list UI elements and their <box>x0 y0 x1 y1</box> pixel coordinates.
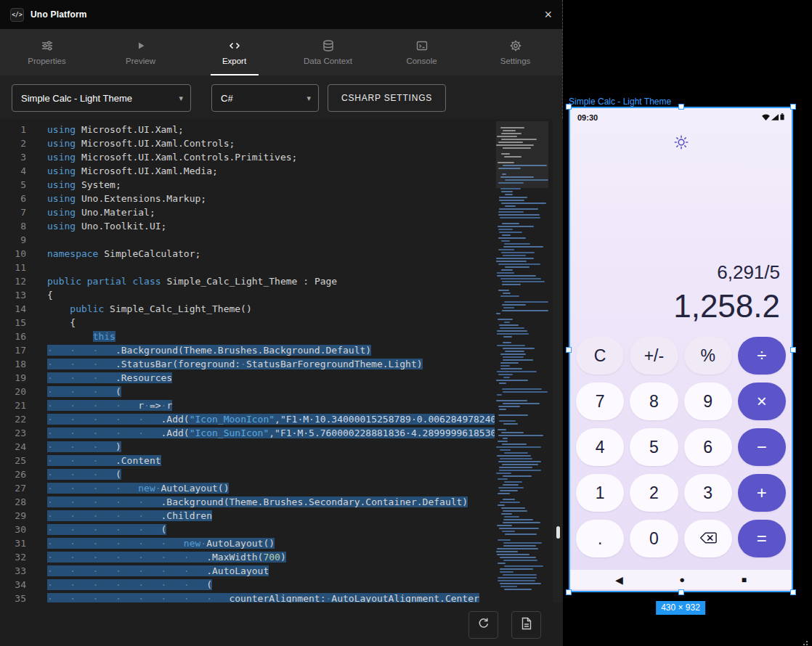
code-line: 30· · · · · ( <box>0 523 495 536</box>
calc-key-divide[interactable]: ÷ <box>738 337 786 375</box>
resize-handle-bottom-left[interactable] <box>566 589 572 595</box>
minimap-bar <box>498 374 513 375</box>
calc-key-multiply[interactable]: × <box>738 383 786 420</box>
calc-key-zero[interactable]: 0 <box>630 520 678 557</box>
minimap-bar <box>498 237 526 239</box>
calc-key-plusminus[interactable]: +/- <box>630 337 678 375</box>
nav-recents-button[interactable]: ■ <box>742 575 747 585</box>
window-resize-grip[interactable] <box>806 641 808 642</box>
tab-console[interactable]: Console <box>375 29 468 75</box>
android-nav-bar: ◀ ● ■ <box>570 570 792 589</box>
calc-key-plus[interactable]: + <box>738 474 786 512</box>
calc-key-percent[interactable]: % <box>684 337 732 375</box>
code-line: 4using Microsoft.UI.Xaml.Media; <box>0 164 495 178</box>
minimap-bar <box>503 522 540 523</box>
code-line: 34· · · · · · · ( <box>0 578 495 592</box>
minimap-bar <box>504 481 522 483</box>
code-line: 20· · · ( <box>0 385 495 398</box>
minimap-bar <box>498 435 543 436</box>
calc-key-dot[interactable]: . <box>576 520 624 557</box>
minimap-bar <box>500 557 536 558</box>
calc-key-eight[interactable]: 8 <box>630 383 678 420</box>
editor-minimap[interactable] <box>496 121 548 597</box>
calc-key-six[interactable]: 6 <box>684 428 732 466</box>
tab-properties[interactable]: Properties <box>0 29 94 75</box>
close-icon[interactable]: × <box>544 8 552 21</box>
code-line: 11 <box>0 261 495 274</box>
calc-key-five[interactable]: 5 <box>630 428 678 466</box>
theme-dropdown[interactable]: Simple Calc - Light Theme ▾ <box>12 84 191 112</box>
refresh-button[interactable] <box>468 611 498 639</box>
calc-key-clear[interactable]: C <box>576 337 624 375</box>
minimap-bar <box>497 554 529 555</box>
minimap-bar <box>502 284 521 285</box>
calc-key-two[interactable]: 2 <box>630 474 678 512</box>
minimap-bar <box>499 470 541 471</box>
minimap-bar <box>500 278 541 279</box>
minimap-bar <box>500 502 520 503</box>
tab-export[interactable]: Export <box>187 29 281 75</box>
selected-element-label[interactable]: Simple Calc - Light Theme <box>569 97 671 107</box>
tab-preview[interactable]: Preview <box>94 29 187 75</box>
csharp-settings-button[interactable]: CSHARP SETTINGS <box>328 84 446 112</box>
minimap-bar <box>504 516 519 518</box>
calc-key-nine[interactable]: 9 <box>684 383 732 420</box>
panel-splitter-handle[interactable] <box>556 526 560 539</box>
minimap-bar <box>501 269 513 271</box>
code-line: 19· · · .Resources <box>0 371 495 385</box>
minimap-bar <box>499 208 538 210</box>
code-lines: 1using Microsoft.UI.Xaml;2using Microsof… <box>0 123 495 602</box>
calc-key-backspace[interactable] <box>684 520 732 557</box>
resize-handle-left[interactable] <box>566 347 572 353</box>
minimap-bar <box>499 467 532 468</box>
calc-key-one[interactable]: 1 <box>576 474 624 512</box>
minimap-bar <box>503 342 511 343</box>
code-line: 28· · · · · .Background(Theme.Brushes.Se… <box>0 495 495 509</box>
minimap-bar <box>503 307 513 308</box>
resize-handle-top-left[interactable] <box>566 104 572 110</box>
phone-preview-frame[interactable]: 09:30 6,291/5 1,258.2 C+/-%÷789×456−123+… <box>569 107 793 592</box>
phone-status-bar: 09:30 <box>570 108 792 124</box>
resize-handle-top[interactable] <box>678 104 684 110</box>
uno-platform-window: </> Uno Platform × Properties Preview Ex… <box>0 0 563 646</box>
minimap-bar <box>505 266 529 268</box>
calc-key-three[interactable]: 3 <box>684 474 732 512</box>
minimap-bar <box>503 359 533 361</box>
calc-key-seven[interactable]: 7 <box>576 383 624 420</box>
calculator-app-screen: 09:30 6,291/5 1,258.2 C+/-%÷789×456−123+… <box>570 108 792 591</box>
minimap-bar <box>500 295 519 297</box>
minimap-bar <box>500 362 519 364</box>
code-line: 32· · · · · · · .MaxWidth(700) <box>0 550 495 564</box>
minimap-bar <box>505 194 513 195</box>
minimap-bar <box>500 327 524 329</box>
export-file-button[interactable] <box>511 611 541 639</box>
theme-toggle-sun-icon[interactable] <box>673 134 689 153</box>
nav-back-button[interactable]: ◀ <box>615 574 623 586</box>
language-dropdown[interactable]: C# ▾ <box>211 84 319 112</box>
tab-data-context[interactable]: Data Context <box>281 29 375 75</box>
resize-handle-bottom[interactable] <box>678 589 684 595</box>
minimap-bar <box>499 528 539 529</box>
resize-handle-right[interactable] <box>790 347 796 353</box>
resize-handle-top-right[interactable] <box>790 104 796 110</box>
minimap-viewport[interactable] <box>496 121 548 188</box>
minimap-bar <box>503 574 536 576</box>
minimap-bar <box>497 345 525 346</box>
calc-key-equals[interactable]: = <box>738 520 786 557</box>
minimap-bar <box>501 252 535 253</box>
code-line: 29· · · · · .Children <box>0 509 495 523</box>
resize-handle-bottom-right[interactable] <box>790 589 796 595</box>
calc-key-minus[interactable]: − <box>738 428 786 466</box>
minimap-bar <box>500 568 533 570</box>
tab-settings[interactable]: Settings <box>468 29 562 75</box>
code-editor[interactable]: 1using Microsoft.UI.Xaml;2using Microsof… <box>0 119 563 602</box>
code-line: 26· · · ( <box>0 467 495 481</box>
minimap-bar <box>498 487 524 488</box>
code-line: 31· · · · · · new·AutoLayout() <box>0 536 495 550</box>
minimap-bar <box>505 351 524 352</box>
code-line: 12public partial class Simple_Calc_Light… <box>0 274 495 288</box>
nav-home-button[interactable]: ● <box>679 574 685 585</box>
theme-dropdown-value: Simple Calc - Light Theme <box>21 93 171 104</box>
calc-key-four[interactable]: 4 <box>576 428 624 466</box>
minimap-bar <box>499 200 524 201</box>
